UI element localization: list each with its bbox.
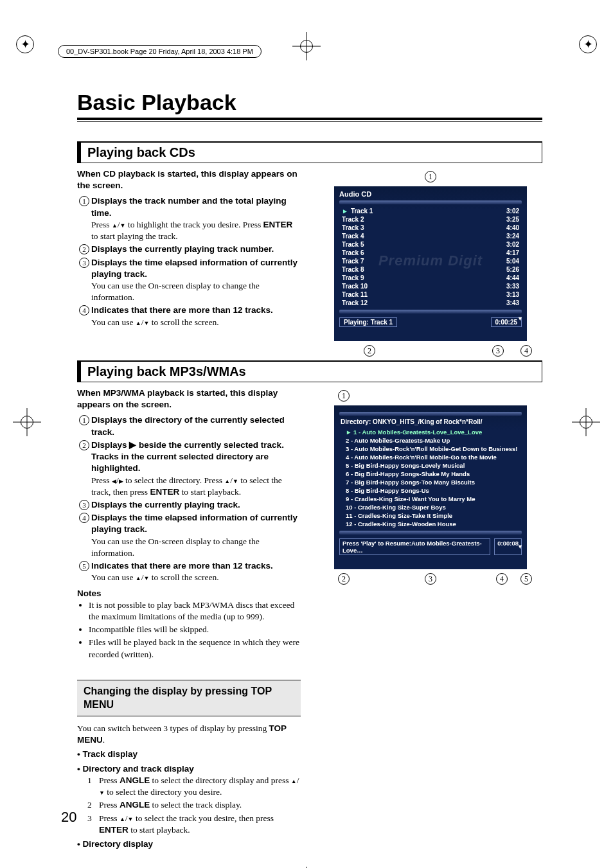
mp3-track-row: 8 - Big Bird-Happy Songs-Us [339,486,522,495]
item-main: Indicates that there are more than 12 tr… [91,305,301,316]
mp3-intro: When MP3/WMA playback is started, this d… [77,387,301,411]
item-main: Indicates that there are more than 12 tr… [91,560,301,572]
item-sub: You can use ▲/▼ to scroll the screen. [91,317,301,328]
item-sub: You can use the On-screen display to cha… [91,280,301,303]
crosshair-icon [292,32,321,60]
item-main: Displays the time elapsed information of… [91,512,301,535]
divider [339,412,522,416]
callout-3: 3 [492,345,504,357]
list-item: 4 Indicates that there are more than 12 … [77,305,301,328]
section-heading-cd: Playing back CDs [77,141,542,163]
crosshair-icon [572,408,600,436]
step-item: 2 Press ANGLE to select the track displa… [87,799,301,811]
item-main: Displays the currently playing track. [91,499,301,511]
cd-screenshot-wrap: 1 Audio CD ►Track 13:02Track 23:25Track … [319,186,542,341]
page-header-strip: 00_DV-SP301.book Page 20 Friday, April 1… [58,45,262,58]
divider [339,531,522,535]
mp3-status-box: Press 'Play' to Resume:Auto Mobiles-Grea… [339,538,490,555]
item-main: Displays ▶ beside the currently selected… [91,439,301,475]
registration-mark-icon: ✦ [16,35,34,53]
cd-track-row: Track 103:33 [339,282,522,290]
subsection-heading-change: Changing the display by pressing TOP MEN… [77,680,301,716]
callout-4: 4 [520,345,532,357]
rule [77,118,542,120]
list-item: 3 Displays the time elapsed information … [77,257,301,304]
cd-screen-header: Audio CD [339,190,522,198]
item-number: 5 [79,561,89,571]
notes-heading: Notes [77,588,301,599]
registration-mark-icon: ✦ [579,35,597,53]
section-heading-mp3: Playing back MP3s/WMAs [77,360,542,382]
list-item: 2 Displays ▶ beside the currently select… [77,439,301,498]
list-item: 5 Indicates that there are more than 12 … [77,560,301,583]
note-item: It is not possible to play back MP3/WMA … [89,599,301,623]
scroll-down-icon: ▼ [517,544,523,550]
item-number: 4 [79,305,89,315]
item-sub: You can use the On-screen display to cha… [91,536,301,559]
list-item: 2 Displays the currently playing track n… [77,244,301,255]
item-main: Displays the currently playing track num… [91,244,301,255]
cd-playing-box: Playing: Track 1 [339,317,397,327]
mp3-track-row: 6 - Big Bird-Happy Songs-Shake My Hands [339,470,522,478]
callout-5: 5 [520,573,532,585]
list-item: 3 Displays the currently playing track. [77,499,301,511]
note-item: Incompatible files will be skipped. [89,624,301,635]
mp3-track-row: 12 - Cradles-King Size-Wooden House [339,520,522,528]
note-item: Files will be played back in the sequenc… [89,637,301,660]
item-number: 3 [79,258,89,268]
change-intro: You can switch between 3 types of displa… [77,723,269,733]
bullet-track-display: • Track display [77,748,301,760]
mp3-track-row: 10 - Cradles-King Size-Super Boys [339,503,522,511]
cd-track-row: Track 23:25 [339,215,522,224]
page-title: Basic Playback [77,90,542,116]
bullet-dir-display: • Directory display [77,838,301,850]
mp3-track-row: ► 1 - Auto Mobiles-Greatests-Love_Love_L… [339,428,522,436]
cd-track-row: Track 94:44 [339,274,522,282]
mp3-directory: Directory: ONKYO_HITS_/King of Rock*n*Ro… [339,418,522,425]
item-sub: Press ▲/▼ to highlight the track you des… [91,219,301,242]
callout-1: 1 [338,390,350,402]
step-item: 1 Press ANGLE to select the directory di… [87,775,301,798]
item-sub: Press ◀/▶ to select the directory. Press… [91,475,301,498]
item-sub: You can use ▲/▼ to scroll the screen. [91,572,301,583]
callout-3: 3 [425,573,436,585]
mp3-track-row: 5 - Big Bird-Happy Songs-Lovely Musical [339,461,522,470]
step-item: 3 Press ▲/▼ to select the track you desi… [87,813,301,836]
bullet-dir-track-display: • Directory and track display [77,763,301,775]
callout-4: 4 [496,573,508,585]
item-number: 3 [79,500,89,510]
mp3-track-row: 2 - Auto Mobiles-Greatests-Make Up [339,436,522,445]
divider [339,200,522,204]
cd-track-row: Track 113:13 [339,290,522,299]
crosshair-icon [13,408,41,436]
item-main: Displays the directory of the currently … [91,414,301,438]
cd-track-row: Track 53:02 [339,240,522,249]
item-number: 4 [79,513,89,523]
item-number: 1 [79,196,89,206]
mp3-track-row: 4 - Auto Mobiles-Rock'n'Roll Mobile-Go t… [339,453,522,461]
item-number: 1 [79,415,89,425]
cd-screen: Audio CD ►Track 13:02Track 23:25Track 34… [334,186,527,341]
cd-track-row: Track 34:40 [339,224,522,232]
mp3-track-row: 7 - Big Bird-Happy Songs-Too Many Biscui… [339,478,522,486]
callout-2: 2 [338,573,350,585]
divider [339,310,522,314]
mp3-track-row: 9 - Cradles-King Size-I Want You to Marr… [339,495,522,503]
item-number: 2 [79,244,89,254]
item-number: 2 [79,440,89,450]
watermark: Premium Digit [378,252,483,269]
item-main: Displays the track number and the total … [91,195,301,218]
play-arrow-icon: ▶ [129,440,136,450]
list-item: 4 Displays the time elapsed information … [77,512,301,559]
list-item: 1 Displays the directory of the currentl… [77,414,301,438]
mp3-screenshot-wrap: 1 Directory: ONKYO_HITS_/King of Rock*n*… [319,405,542,569]
cd-track-row: Track 43:24 [339,232,522,240]
mp3-track-row: 11 - Cradles-King Size-Take It Simple [339,511,522,520]
rule [77,121,542,122]
list-item: 1 Displays the track number and the tota… [77,195,301,242]
item-main: Displays the time elapsed information of… [91,257,301,280]
scroll-down-icon: ▼ [517,315,523,322]
page-number: 20 [61,809,76,826]
cd-track-row: ►Track 13:02 [339,207,522,215]
callout-1: 1 [425,171,436,182]
